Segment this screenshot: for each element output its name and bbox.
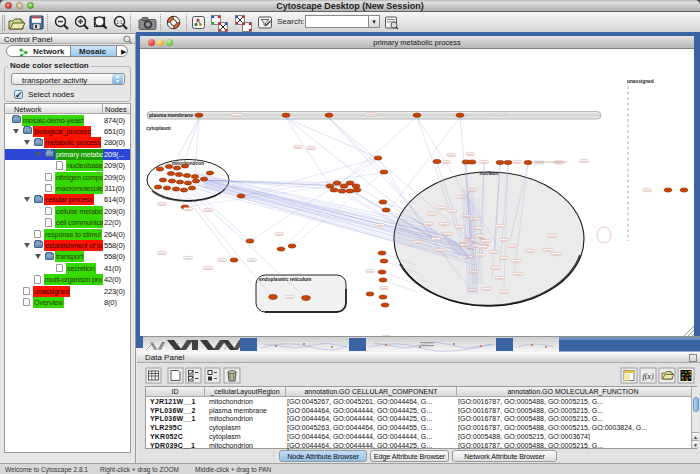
- svg-text:unassigned: unassigned: [627, 79, 654, 84]
- svg-text:plasma membrane: plasma membrane: [149, 112, 193, 118]
- svg-text:nucleus: nucleus: [480, 170, 499, 176]
- svg-text:cytoplasm: cytoplasm: [146, 125, 171, 131]
- svg-text:endoplasmic reticulum: endoplasmic reticulum: [259, 277, 311, 282]
- svg-text:1:1: 1:1: [116, 20, 123, 25]
- svg-text:f(x): f(x): [642, 372, 653, 381]
